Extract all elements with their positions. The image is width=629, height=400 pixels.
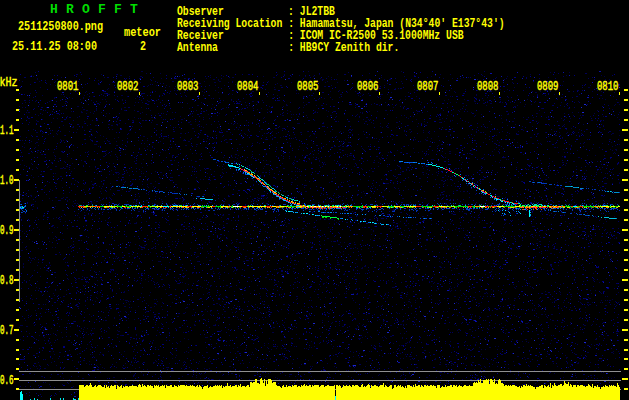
svg-text:0.7: 0.7 [0,324,14,338]
svg-text:0808: 0808 [477,80,499,94]
svg-text:0807: 0807 [417,80,439,94]
svg-text:0802: 0802 [117,80,139,94]
svg-text:0810: 0810 [597,80,619,94]
svg-text:0806: 0806 [357,80,379,94]
svg-text:2511250800.png: 2511250800.png [18,19,103,34]
svg-text:0809: 0809 [537,80,559,94]
svg-text:25.11.25 08:00: 25.11.25 08:00 [12,39,97,54]
svg-text:0.8: 0.8 [0,274,14,288]
svg-text:1.0: 1.0 [0,174,14,188]
svg-text:2: 2 [140,39,146,54]
svg-text:0803: 0803 [177,80,199,94]
svg-text:0.6: 0.6 [0,374,14,388]
svg-text:0.9: 0.9 [0,224,14,238]
svg-text:kHz: kHz [0,76,18,90]
svg-text:0804: 0804 [237,80,259,94]
svg-text:Antenna : HB9CY Zen: Antenna : HB9CY Zenith dir. [177,40,399,55]
svg-text:meteor: meteor [124,25,161,40]
svg-text:0801: 0801 [57,80,79,94]
svg-text:0805: 0805 [297,80,319,94]
svg-text:1.1: 1.1 [0,124,14,138]
